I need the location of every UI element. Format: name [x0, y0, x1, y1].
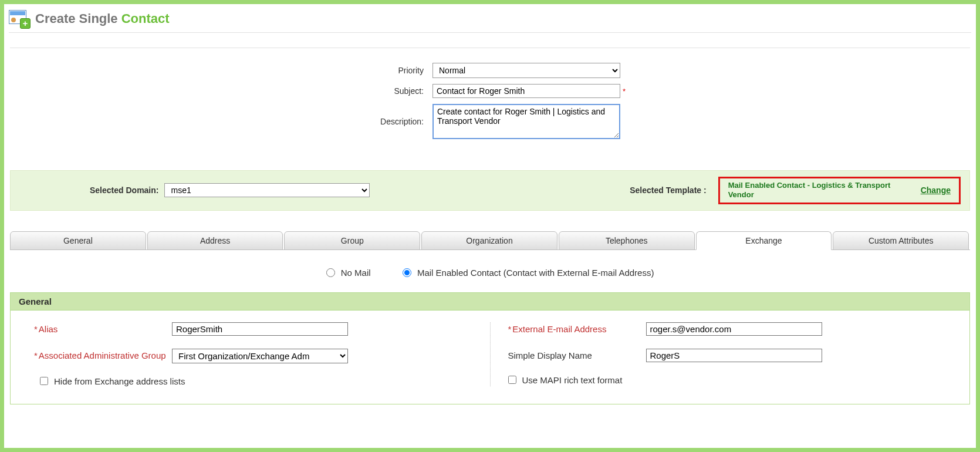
contact-add-icon: + — [9, 10, 29, 28]
change-template-link[interactable]: Change — [921, 185, 951, 195]
mailenabled-option[interactable]: Mail Enabled Contact (Contact with Exter… — [403, 268, 654, 278]
template-highlight-box: Mail Enabled Contact - Logistics & Trans… — [718, 177, 961, 204]
external-email-input[interactable] — [646, 322, 822, 336]
nomail-label: No Mail — [341, 268, 371, 278]
mapi-checkbox[interactable] — [508, 376, 516, 384]
admin-group-select[interactable]: First Organization/Exchange Adm — [172, 349, 348, 363]
page-title: Create Single Contact — [35, 11, 170, 26]
general-section-header: General — [11, 293, 969, 311]
tab-custom-attributes[interactable]: Custom Attributes — [833, 231, 969, 250]
tab-body-exchange: No Mail Mail Enabled Contact (Contact wi… — [10, 249, 970, 404]
priority-select[interactable]: Normal — [432, 63, 620, 78]
hide-from-exchange-label: Hide from Exchange address lists — [54, 376, 185, 386]
alias-label: *Alias — [34, 322, 172, 334]
admin-group-label: *Associated Administrative Group — [34, 349, 172, 360]
mailenabled-label: Mail Enabled Contact (Contact with Exter… — [417, 268, 654, 278]
alias-input[interactable] — [172, 322, 348, 336]
general-section: General *Alias *Associated Administrativ… — [10, 292, 970, 404]
mapi-label: Use MAPI rich text format — [522, 375, 623, 385]
external-email-label: *External E-mail Address — [508, 322, 646, 334]
nomail-option[interactable]: No Mail — [326, 268, 373, 278]
tab-exchange[interactable]: Exchange — [696, 231, 832, 250]
mailenabled-radio[interactable] — [403, 268, 411, 277]
subject-input[interactable] — [432, 84, 620, 98]
subject-label: Subject: — [245, 86, 432, 96]
selected-domain-select[interactable]: mse1 — [164, 183, 370, 197]
tab-group[interactable]: Group — [284, 231, 420, 250]
page-header: + Create Single Contact — [9, 7, 971, 33]
simple-display-input[interactable] — [646, 349, 822, 362]
priority-label: Priority — [245, 66, 432, 75]
description-textarea[interactable]: Create contact for Roger Smith | Logisti… — [432, 104, 620, 139]
top-form-section: Priority Normal Subject: * Description: … — [10, 48, 970, 160]
selected-domain-label: Selected Domain: — [90, 185, 158, 195]
tab-organization[interactable]: Organization — [421, 231, 557, 250]
simple-display-label: Simple Display Name — [508, 349, 646, 360]
tabs: General Address Group Organization Telep… — [10, 231, 970, 250]
hide-from-exchange-checkbox[interactable] — [40, 377, 48, 385]
description-label: Description: — [245, 117, 432, 126]
selected-template-value: Mail Enabled Contact - Logistics & Trans… — [728, 181, 904, 200]
tab-address[interactable]: Address — [147, 231, 283, 250]
mail-type-row: No Mail Mail Enabled Contact (Contact wi… — [10, 268, 970, 278]
title-pre: Create Single — [35, 11, 121, 26]
title-accent: Contact — [121, 11, 170, 26]
domain-template-bar: Selected Domain: mse1 Selected Template … — [10, 170, 970, 211]
tab-telephones[interactable]: Telephones — [559, 231, 695, 250]
nomail-radio[interactable] — [326, 268, 335, 277]
required-asterisk: * — [623, 87, 626, 96]
selected-template-label: Selected Template : — [630, 185, 706, 195]
tab-general[interactable]: General — [10, 231, 146, 250]
